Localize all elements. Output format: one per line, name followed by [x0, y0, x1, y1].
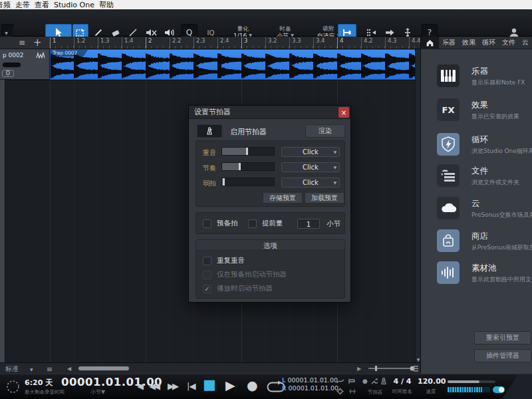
horizontal-scrollbar-thumb[interactable] — [78, 366, 129, 370]
fast-forward-button[interactable]: ▶▶ — [168, 381, 177, 391]
stop-button[interactable]: ■ — [203, 376, 216, 392]
precount-only-checkbox[interactable] — [203, 271, 211, 279]
nudge-left-button[interactable]: ◀ — [137, 381, 142, 391]
browser-item-0[interactable]: 乐器显示乐器和Note FX — [428, 65, 531, 94]
record-mode-icon[interactable]: ● — [362, 378, 368, 384]
track-resize-strip[interactable] — [0, 80, 5, 362]
punch-icon[interactable] — [348, 388, 356, 394]
offbeat-level-slider[interactable] — [221, 178, 275, 186]
rewind-button[interactable]: ◀◀ — [149, 381, 158, 391]
menu-item-0[interactable]: 音频 — [0, 0, 15, 9]
track-header[interactable]: p 0002 O — [0, 49, 50, 80]
render-button[interactable]: 渲染 — [305, 124, 345, 138]
beat-label: 节奏 — [203, 164, 216, 173]
accent-sound-dropdown[interactable]: Click ▼ — [281, 147, 340, 157]
offset-bars-input[interactable]: 1 — [297, 219, 320, 229]
beat-level-slider[interactable] — [221, 162, 275, 171]
precount-checkbox[interactable] — [203, 219, 211, 228]
tab-3[interactable]: 文件 — [499, 38, 519, 47]
close-icon: × — [341, 109, 346, 116]
automation-icon[interactable] — [336, 378, 344, 384]
accent-level-handle[interactable] — [246, 148, 248, 155]
browser-item-title: 文件 — [471, 166, 488, 177]
browser-item-6[interactable]: 素材池显示此首歌曲中所用文件 — [428, 261, 531, 291]
option-precount-only[interactable]: 仅在预备拍启动节拍器 — [203, 270, 287, 279]
start-with-playback-checkbox[interactable]: ✓ — [203, 285, 211, 293]
precount-option[interactable]: 预备拍 — [203, 219, 238, 228]
view-mode-dropdown[interactable]: 标准 ▼ ≡ — [5, 364, 53, 374]
plugin-manager-label: 插件管理器 — [486, 351, 519, 360]
scroll-down-icon[interactable]: ▼ — [416, 357, 420, 362]
audio-clip[interactable]: Trap 0002 — [50, 49, 418, 80]
ruler-tick: 3.4 — [313, 37, 325, 49]
precount-label: 预备拍 — [217, 219, 238, 228]
option-start-with-playback[interactable]: ✓ 播放时启动节拍器 — [203, 284, 273, 293]
menu-item-4[interactable]: 帮助 — [99, 0, 118, 9]
scroll-right-icon[interactable]: ▶ — [357, 366, 361, 372]
position-display[interactable]: 00001.01.01.00 小节▼ — [61, 376, 134, 396]
option-accent-repeat[interactable]: 重复重音 — [203, 256, 245, 265]
gear-icon[interactable] — [336, 388, 344, 395]
tab-1[interactable]: 效果 — [459, 38, 479, 47]
play-button[interactable]: ▶ — [225, 378, 235, 392]
browser-item-title: 循环 — [471, 134, 488, 146]
browser-item-1[interactable]: FX 效果显示已安装的效果 — [428, 98, 531, 128]
zoom-slider[interactable] — [367, 365, 418, 372]
tab-4[interactable]: 云 — [519, 38, 532, 47]
lane-separator — [0, 80, 415, 80]
tab-2[interactable]: 循环 — [479, 38, 499, 47]
menu-item-2[interactable]: 查看 — [35, 0, 54, 9]
plugin-manager-button[interactable]: 插件管理器 — [474, 349, 531, 362]
pool-icon — [437, 261, 460, 284]
browser-item-4[interactable]: 云PreSonus交换市场及其他服务 — [428, 197, 531, 226]
dialog-close-button[interactable]: × — [338, 107, 349, 118]
accent-repeat-checkbox[interactable] — [203, 257, 211, 265]
browser-item-5[interactable]: 商店从PreSonus商城获取加载项 — [428, 229, 531, 259]
monitor-button[interactable]: O — [2, 70, 14, 77]
timeline-ruler[interactable]: 11.21.31.422.22.32.433.23.33.444.24.34.4 — [50, 37, 420, 49]
tempo-display[interactable]: 120.00 速度 — [418, 377, 444, 395]
store-preset-button[interactable]: 存储预置 — [263, 192, 303, 203]
browser-item-2[interactable]: 循环浏览Studio One循环库 — [428, 133, 531, 162]
options-group: 选项 重复重音 仅在预备拍启动节拍器 ✓ 播放时启动节拍器 — [196, 239, 345, 299]
record-button[interactable]: ● — [247, 378, 258, 392]
metronome-mini-icon[interactable] — [380, 377, 388, 385]
loop-range-display[interactable]: L00001.01.01.00 R00001.01.01.00 — [282, 376, 338, 392]
add-track-icon[interactable]: + — [33, 37, 42, 49]
wrench-icon[interactable] — [370, 378, 378, 385]
beat-level-handle[interactable] — [239, 163, 241, 170]
marker-icon[interactable] — [348, 378, 356, 384]
vertical-scrollbar[interactable]: ▼ — [415, 49, 420, 362]
transport-bar: 6:20 天 最大剩余录音时间 00001.01.01.00 小节▼ ◀ ◀◀ … — [0, 374, 532, 399]
position-unit-label[interactable]: 小节▼ — [61, 388, 134, 396]
metronome-output-toggle[interactable] — [493, 386, 505, 393]
offbeat-level-handle[interactable] — [223, 178, 225, 186]
piano-icon — [437, 65, 460, 87]
menu-item-1[interactable]: 走带 — [15, 0, 35, 9]
browser-item-3[interactable]: 文件浏览文件或文件夹 — [428, 164, 531, 194]
position-value: 00001.01.01.00 — [61, 376, 134, 388]
track-volume-fader[interactable] — [3, 63, 21, 67]
offset-option[interactable]: 提前量 — [248, 219, 283, 228]
offbeat-sound-dropdown[interactable]: Click ▼ — [281, 178, 340, 188]
horizontal-scrollbar[interactable] — [74, 366, 348, 370]
tab-home[interactable] — [421, 37, 439, 49]
reindex-presets-button[interactable]: 重索引预置 — [474, 331, 531, 344]
offset-checkbox[interactable] — [248, 219, 257, 228]
menu-item-3[interactable]: Studio One — [54, 1, 99, 9]
browser-panel: 乐器效果循环文件云商店 乐器显示乐器和Note FX FX 效果显示已安装的效果… — [420, 37, 532, 374]
list-menu-icon[interactable]: ≡ — [47, 365, 53, 374]
metronome-setup-dialog: 设置节拍器 × 启用节拍器 渲染 重音 Click ▼ 节奏 — [188, 105, 351, 303]
return-to-zero-button[interactable]: |◀ — [187, 381, 195, 391]
accent-level-slider[interactable] — [221, 147, 275, 156]
zoom-presets-icon[interactable] — [414, 366, 418, 372]
metronome-toggle-button[interactable] — [197, 124, 222, 138]
chevron-down-icon: ▼ — [333, 150, 336, 154]
dialog-title[interactable]: 设置节拍器 — [189, 106, 350, 119]
tab-0[interactable]: 乐器 — [439, 38, 459, 47]
load-preset-button[interactable]: 加载预置 — [305, 192, 344, 203]
beat-sound-dropdown[interactable]: Click ▼ — [281, 162, 340, 172]
time-signature-display[interactable]: 4 / 4 时间签名 — [390, 377, 415, 395]
scroll-left-icon[interactable]: ◀ — [67, 366, 71, 372]
track-list-menu-icon[interactable]: ≡ — [19, 38, 25, 47]
